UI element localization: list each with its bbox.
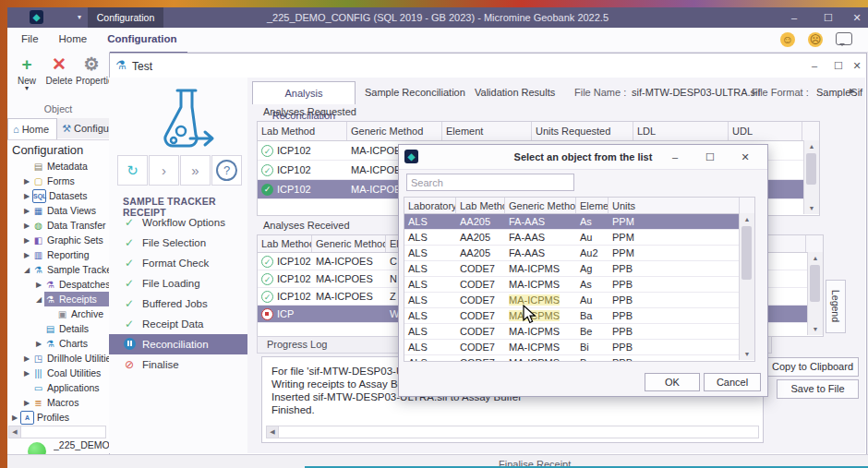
tree-item-drillhole-utilities[interactable]: ▶◳Drillhole Utilities — [7, 351, 109, 366]
table-row[interactable]: ALSCODE7MA-ICPMSAsPPB — [404, 277, 754, 293]
close-button[interactable]: ✕ — [843, 7, 868, 28]
scroll-up-icon[interactable]: ▲ — [740, 213, 754, 225]
happy-face-icon[interactable]: ☺ — [780, 32, 795, 47]
tab-validation-results[interactable]: Validation Results — [475, 81, 555, 103]
workflow-step-workflow-options[interactable]: ✓Workflow Options — [109, 212, 247, 233]
tree-item-forms[interactable]: ▶▢Forms — [7, 174, 109, 188]
scroll-up-icon[interactable]: ▲ — [808, 252, 823, 264]
copy-to-clipboard-button[interactable]: Copy to Clipboard — [766, 357, 859, 377]
child-minimize-button[interactable]: – — [804, 57, 825, 74]
cancel-button[interactable]: Cancel — [704, 373, 761, 391]
minimize-button[interactable]: – — [780, 7, 808, 28]
column-header-lab-method[interactable]: Lab Method — [456, 198, 505, 213]
workflow-step-file-selection[interactable]: ✓File Selection — [109, 233, 247, 253]
expander-icon[interactable]: ▶ — [33, 340, 44, 348]
scroll-down-icon[interactable]: ▼ — [808, 323, 823, 335]
tree-item-profiles[interactable]: ▶AProfiles — [7, 410, 109, 425]
tree-item-sample-tracker[interactable]: ◢⚗Sample Tracker — [7, 262, 109, 277]
table-row[interactable]: ALSCODE7MA-ICPMSAuPPB — [404, 293, 754, 308]
expander-icon[interactable]: ◢ — [33, 295, 44, 304]
tab-analysis-reconciliation[interactable]: Analysis Reconciliation — [252, 81, 356, 104]
ribbon-button-delete[interactable]: ✕Delete — [43, 54, 75, 86]
workflow-step-file-loading[interactable]: ✓File Loading — [109, 273, 247, 294]
vertical-scrollbar[interactable]: ▲▼ — [803, 140, 819, 214]
table-row[interactable]: ALSAA205FA-AASAu2PPM — [404, 246, 754, 261]
tree-item-coal-utilities[interactable]: ▶|||Coal Utilities — [7, 366, 109, 380]
scrollbar-thumb[interactable] — [810, 265, 820, 302]
legend-tab[interactable]: Legend — [826, 280, 846, 333]
expander-icon[interactable]: ◢ — [21, 266, 32, 274]
ribbon-tab-home[interactable]: Home — [49, 28, 98, 52]
workflow-step-receipt-data[interactable]: ✓Receipt Data — [109, 314, 247, 334]
expander-icon[interactable]: ▶ — [9, 414, 20, 422]
column-header-element[interactable]: Element — [576, 198, 609, 213]
tree-item-macros[interactable]: ▶≣Macros — [7, 395, 109, 410]
scroll-left-icon[interactable]: ◀ — [9, 426, 20, 438]
tree-item-graphic-sets[interactable]: ▶◧Graphic Sets — [7, 233, 109, 247]
expander-icon[interactable]: ▶ — [21, 192, 32, 200]
table-row[interactable]: ALSCODE7MA-ICPMSBePPB — [404, 324, 754, 340]
column-header-generic-method[interactable]: Generic Method — [505, 198, 576, 213]
expander-icon[interactable]: ▶ — [21, 354, 32, 363]
column-header-generic-method[interactable]: Generic Method — [347, 122, 442, 140]
save-to-file-button[interactable]: Save to File — [777, 379, 859, 399]
tree-item-details[interactable]: ▤Details — [7, 321, 109, 336]
column-header-generic-method[interactable]: Generic Method — [312, 235, 386, 252]
log-horizontal-scrollbar[interactable]: ◀ — [266, 426, 759, 438]
tree-item-archive[interactable]: ▣Archive — [7, 306, 109, 321]
expander-icon[interactable]: ▶ — [21, 369, 32, 378]
expander-icon[interactable]: ▶ — [21, 399, 32, 407]
dialog-minimize-button[interactable]: – — [663, 145, 687, 169]
scroll-down-icon[interactable]: ▼ — [804, 202, 819, 214]
tree-item-data-views[interactable]: ▶▦Data Views — [7, 203, 109, 218]
tree-item-metadata[interactable]: ▤Metadata — [7, 159, 109, 174]
vertical-scrollbar[interactable]: ▲▼ — [739, 213, 754, 360]
column-header-laboratory[interactable]: Laboratory▲ — [404, 198, 456, 213]
column-header-units[interactable]: Units — [609, 198, 740, 213]
child-close-button[interactable]: ✕ — [847, 57, 867, 74]
tab-overflow-icon[interactable]: ▶ — [850, 87, 855, 95]
expander-icon[interactable]: ▶ — [21, 177, 32, 186]
column-header-element[interactable]: Element — [442, 122, 532, 140]
expander-icon[interactable]: ▶ — [21, 207, 32, 215]
tree-item-reporting[interactable]: ▶▥Reporting — [7, 247, 109, 262]
column-header-units-requested[interactable]: Units Requested — [532, 122, 633, 140]
table-row[interactable]: ALSCODE7MA-ICPMSBaPPB — [404, 308, 754, 324]
workflow-button-help[interactable]: ? — [211, 155, 242, 186]
column-header-lab-method[interactable]: Lab Method — [258, 122, 347, 140]
dialog-close-button[interactable]: ✕ — [733, 145, 757, 169]
tree-item-charts[interactable]: ▶⚗Charts — [7, 336, 109, 351]
maximize-button[interactable]: ☐ — [814, 7, 842, 28]
tree-item-despatches[interactable]: ▶⚗Despatches — [7, 277, 109, 292]
tree-item-receipts[interactable]: ◢⚗Receipts — [7, 292, 109, 306]
expander-icon[interactable]: ▶ — [21, 251, 32, 259]
scroll-left-icon[interactable]: ◀ — [267, 426, 278, 438]
column-header-lab-method[interactable]: Lab Method — [258, 235, 312, 252]
expander-icon[interactable]: ▶ — [21, 222, 32, 230]
vertical-scrollbar[interactable]: ▲▼ — [807, 252, 823, 335]
ribbon-tab-file[interactable]: File — [11, 28, 49, 52]
expander-icon[interactable]: ▶ — [21, 236, 32, 245]
table-row[interactable]: ALSCODE7MA-ICPMSBiPPB — [404, 340, 754, 355]
tree-item-applications[interactable]: ▭Applications — [7, 380, 109, 395]
workflow-step-buffered-jobs[interactable]: ✓Buffered Jobs — [109, 294, 247, 314]
workflow-step-format-check[interactable]: ✓Format Check — [109, 253, 247, 273]
workflow-button-run-all[interactable]: » — [180, 155, 211, 186]
table-row[interactable]: ALSCODE7MA-ICPMSBrPPB — [404, 355, 754, 361]
scrollbar-thumb[interactable] — [741, 226, 752, 280]
table-row[interactable]: ALSAA205FA-AASAsPPM — [404, 214, 754, 230]
column-header-ldl[interactable]: LDL — [633, 122, 729, 140]
explorer-tab-home[interactable]: ⌂Home — [7, 118, 57, 139]
explorer-tab-configuration[interactable]: ⚒Configuration — [57, 118, 109, 138]
scrollbar-track[interactable] — [20, 426, 105, 438]
tree-item-datasets[interactable]: ▶SQLDatasets — [7, 188, 109, 203]
feedback-bubble-icon[interactable] — [836, 32, 852, 45]
search-input[interactable] — [406, 174, 574, 191]
scrollbar-track[interactable] — [278, 426, 758, 438]
ribbon-button-properties[interactable]: ⚙Properties — [76, 54, 107, 86]
workflow-button-refresh[interactable]: ↻ — [117, 155, 148, 186]
scrollbar-thumb[interactable] — [806, 153, 816, 185]
ribbon-tab-configuration[interactable]: Configuration — [97, 28, 187, 54]
workflow-button-step-forward[interactable]: › — [149, 155, 179, 186]
workflow-step-finalise[interactable]: ⊘Finalise — [109, 354, 247, 375]
